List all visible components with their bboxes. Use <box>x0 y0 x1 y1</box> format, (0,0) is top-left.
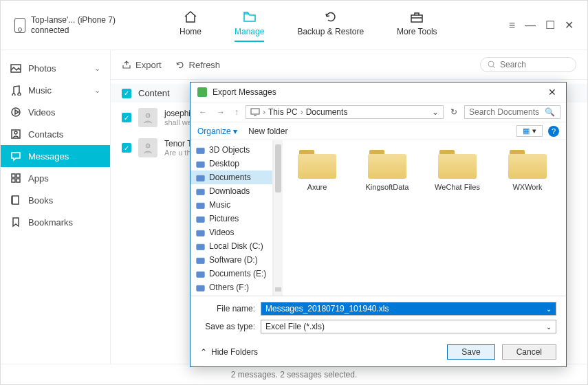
refresh-button[interactable]: Refresh <box>175 60 221 70</box>
hide-folders-toggle[interactable]: ⌃ Hide Folders <box>200 347 258 357</box>
crumb-root[interactable]: This PC <box>268 107 298 117</box>
folder-item[interactable]: Axure <box>290 147 345 191</box>
tree-scrollbar[interactable] <box>273 140 283 296</box>
dialog-search-input[interactable] <box>469 107 545 117</box>
sidebar-item-photos[interactable]: Photos ⌄ <box>1 57 110 79</box>
svg-rect-23 <box>197 285 204 291</box>
svg-rect-5 <box>12 174 15 177</box>
tab-home-label: Home <box>179 27 202 36</box>
chevron-up-icon: ⌃ <box>200 347 207 357</box>
row-checkbox[interactable]: ✓ <box>122 143 131 153</box>
folder-icon <box>298 147 336 179</box>
tree-item[interactable]: Videos <box>190 226 272 239</box>
chevron-down-icon: ⌄ <box>94 64 100 73</box>
path-dropdown-icon[interactable]: ⌄ <box>432 107 439 117</box>
help-button[interactable]: ? <box>548 126 559 137</box>
music-icon <box>10 85 21 96</box>
svg-rect-22 <box>197 272 204 277</box>
cancel-button[interactable]: Cancel <box>502 344 556 360</box>
folder-item[interactable]: WXWork <box>500 147 555 191</box>
svg-point-11 <box>146 144 150 148</box>
forward-button[interactable]: → <box>214 106 228 118</box>
tree-item[interactable]: 3D Objects <box>190 143 272 157</box>
nav-tabs: Home Manage Backup & Restore More Tools <box>179 9 437 42</box>
svg-point-4 <box>14 131 17 134</box>
dialog-search-box[interactable]: 🔍 <box>464 105 560 119</box>
tab-home[interactable]: Home <box>179 9 202 42</box>
close-button[interactable]: ✕ <box>565 19 574 32</box>
dialog-close-button[interactable]: ✕ <box>545 87 559 98</box>
search-box[interactable] <box>480 57 576 72</box>
contacts-icon <box>10 129 21 140</box>
sidebar-item-contacts[interactable]: Contacts <box>1 123 110 145</box>
tree-item[interactable]: Documents <box>190 170 272 184</box>
dialog-toolbar: Organize ▾ New folder ▦ ▾ ? <box>190 122 566 140</box>
saveas-value: Excel File (*.xls) <box>265 322 325 331</box>
folder-label: WeChat Files <box>435 183 480 191</box>
svg-rect-20 <box>197 244 204 250</box>
folder-tree[interactable]: 3D ObjectsDesktopDocumentsDownloadsMusic… <box>190 140 273 296</box>
minimize-button[interactable]: — <box>525 19 536 32</box>
tree-item[interactable]: Documents (E:) <box>190 267 272 280</box>
svg-point-10 <box>146 113 150 118</box>
dropdown-icon[interactable]: ⌄ <box>546 323 552 331</box>
tab-manage-label: Manage <box>235 27 264 36</box>
tree-item[interactable]: Pictures <box>190 212 272 226</box>
bookmark-icon <box>10 217 21 228</box>
export-icon <box>122 60 131 69</box>
toolbox-icon <box>409 9 424 24</box>
sidebar-label: Music <box>28 85 52 96</box>
tab-tools[interactable]: More Tools <box>397 9 437 42</box>
search-icon: 🔍 <box>545 107 555 117</box>
file-pane[interactable]: AxureKingsoftDataWeChat FilesWXWork <box>283 140 566 296</box>
sidebar-item-messages[interactable]: Messages <box>1 145 110 167</box>
maximize-button[interactable]: ☐ <box>545 19 555 32</box>
filename-input[interactable]: Messages_20180719_101940.xls ⌄ <box>261 302 556 316</box>
avatar <box>138 138 157 157</box>
menu-icon[interactable]: ≡ <box>509 19 515 32</box>
tab-manage[interactable]: Manage <box>235 9 264 42</box>
view-mode-button[interactable]: ▦ ▾ <box>516 125 543 137</box>
tree-item[interactable]: Local Disk (C:) <box>190 239 272 253</box>
save-button[interactable]: Save <box>447 344 494 360</box>
tree-item[interactable]: Software (D:) <box>190 253 272 267</box>
message-icon <box>10 151 21 162</box>
sidebar-item-apps[interactable]: Apps <box>1 167 110 189</box>
export-button[interactable]: Export <box>122 60 162 70</box>
dialog-titlebar: Export Messages ✕ <box>190 82 566 102</box>
device-name: Top-lanse'... (iPhone 7) <box>31 15 116 25</box>
sidebar-item-music[interactable]: Music ⌄ <box>1 79 110 101</box>
up-button[interactable]: ↑ <box>232 106 241 118</box>
path-bar[interactable]: › This PC › Documents ⌄ <box>246 105 444 119</box>
dropdown-icon[interactable]: ⌄ <box>546 305 552 313</box>
phone-icon <box>14 18 25 33</box>
svg-rect-7 <box>12 179 15 182</box>
search-icon <box>488 60 496 69</box>
folder-item[interactable]: KingsoftData <box>360 147 415 191</box>
saveas-select[interactable]: Excel File (*.xls) ⌄ <box>261 320 556 333</box>
search-input[interactable] <box>500 60 569 69</box>
folder-icon <box>242 9 257 24</box>
folder-item[interactable]: WeChat Files <box>430 147 485 191</box>
window-buttons: ≡ — ☐ ✕ <box>509 19 574 32</box>
select-all-checkbox[interactable]: ✓ <box>122 89 131 98</box>
home-icon <box>183 9 198 24</box>
sidebar-item-books[interactable]: Books <box>1 189 110 211</box>
row-checkbox[interactable]: ✓ <box>122 113 131 122</box>
reload-button[interactable]: ↻ <box>448 106 460 118</box>
tree-item[interactable]: Others (F:) <box>190 280 272 294</box>
tree-item[interactable]: Desktop <box>190 157 272 170</box>
new-folder-button[interactable]: New folder <box>248 126 287 136</box>
tree-item[interactable]: Downloads <box>190 184 272 198</box>
sidebar-item-bookmarks[interactable]: Bookmarks <box>1 211 110 233</box>
crumb-folder[interactable]: Documents <box>306 107 348 117</box>
organize-menu[interactable]: Organize ▾ <box>197 126 237 136</box>
tab-backup-label: Backup & Restore <box>297 27 364 36</box>
refresh-icon <box>323 9 338 24</box>
tab-backup[interactable]: Backup & Restore <box>297 9 364 42</box>
tree-item[interactable]: Music <box>190 198 272 212</box>
back-button[interactable]: ← <box>196 106 210 118</box>
sidebar-item-videos[interactable]: Videos <box>1 101 110 123</box>
dialog-title: Export Messages <box>213 87 276 97</box>
status-text: 2 messages. 2 sessages selected. <box>231 370 357 380</box>
